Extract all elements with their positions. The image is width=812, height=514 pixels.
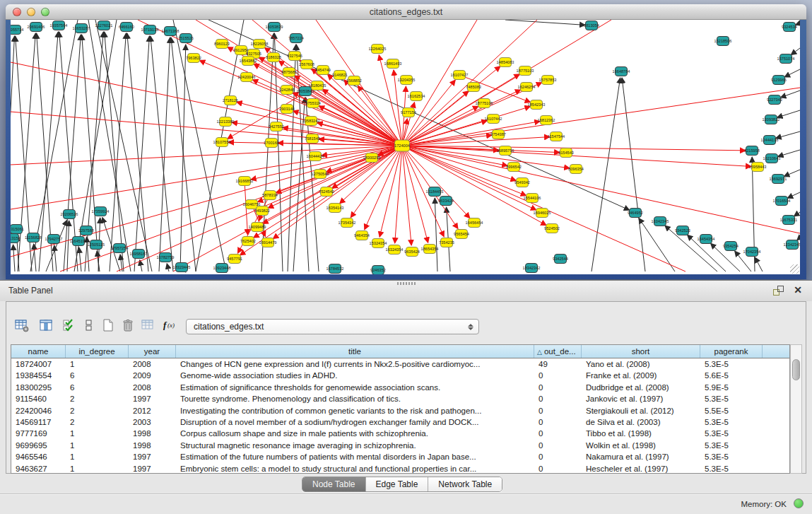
graph-node-label: 16784532 <box>326 267 344 271</box>
graph-node-label: 9565454 <box>454 232 469 236</box>
graph-edge <box>402 83 542 146</box>
table-cell: 14569117 <box>11 416 66 428</box>
graph-node-label: 16648784 <box>613 69 630 74</box>
graph-edge <box>167 264 169 271</box>
graph-node-label: 12505115 <box>88 243 105 247</box>
network-window-titlebar[interactable]: citations_edges.txt <box>6 4 806 20</box>
graph-node-label: 16053839 <box>266 25 283 29</box>
column-chooser-icon <box>39 318 53 335</box>
scrollbar-thumb[interactable] <box>792 359 800 380</box>
tab-network-table[interactable]: Network Table <box>428 477 502 491</box>
table-cell: 0 <box>534 370 582 381</box>
graph-node-label: 17359924 <box>92 209 110 214</box>
graph-node-label: 16861493 <box>384 62 402 66</box>
column-header-label: short <box>632 347 650 356</box>
status-bar: Memory: OK <box>0 493 812 514</box>
dropdown-arrows-icon <box>466 324 478 330</box>
rows-mode-button[interactable] <box>80 317 98 336</box>
graph-edge <box>755 257 763 271</box>
select-rows-button[interactable] <box>60 317 78 336</box>
graph-node-label: 7581543 <box>305 136 320 141</box>
graph-node-label: 28053840 <box>297 89 314 93</box>
table-cell: Investigating the contribution of common… <box>176 405 534 416</box>
new-table-button[interactable] <box>99 317 117 336</box>
graph-node-label: 9464952 <box>628 211 643 215</box>
table-cell: 2009 <box>129 370 176 381</box>
table-row[interactable]: 1872400712008Changes of HCN gene express… <box>11 358 789 370</box>
graph-edge <box>159 37 170 271</box>
graph-node-label: 9154543 <box>558 151 574 155</box>
table-row[interactable]: 969969511998Structural magnetic resonanc… <box>11 440 789 451</box>
tab-edge-table[interactable]: Edge Table <box>366 477 429 491</box>
column-header-in_degree[interactable]: in_degree <box>66 345 129 358</box>
column-chooser-button[interactable] <box>37 317 55 336</box>
resize-grip-icon[interactable] <box>790 264 799 274</box>
graph-node-label: 12750542 <box>312 172 329 176</box>
table-row[interactable]: 2242004622012Investigating the contribut… <box>11 405 789 416</box>
memory-status-indicator[interactable] <box>794 498 804 508</box>
table-row[interactable]: 1456911722003Disruption of a novel membe… <box>11 416 789 428</box>
table-row[interactable]: 1938455462009Genome-wide association stu… <box>11 370 789 381</box>
table-cell: Genome-wide association studies in ADHD. <box>176 370 534 381</box>
column-header-name[interactable]: name <box>11 345 66 358</box>
table-vertical-scrollbar[interactable] <box>790 344 802 474</box>
graph-edge <box>776 132 800 139</box>
splitter-handle[interactable] <box>397 282 416 285</box>
column-header-pagerank[interactable]: pagerank <box>700 345 763 358</box>
network-graph-svg: 1405571420691406193575641065328715276021… <box>11 20 800 274</box>
graph-node-label: 1700164 <box>264 141 279 145</box>
graph-node-label: 18107553 <box>213 140 231 144</box>
graph-edge <box>797 238 800 240</box>
column-header-short[interactable]: short <box>582 345 700 358</box>
graph-node-label: 17042354 <box>743 250 761 254</box>
graph-node-label: 16812362 <box>538 118 555 122</box>
graph-edge <box>780 90 800 98</box>
function-builder-button[interactable]: f(x) <box>161 317 180 336</box>
table-row[interactable]: 911546021997Tourette syndrome. Phenomeno… <box>11 393 789 404</box>
graph-edge <box>665 226 717 271</box>
graph-node-label: 7485083 <box>466 85 481 89</box>
graph-edge <box>110 33 126 271</box>
tab-node-table[interactable]: Node Table <box>302 477 366 491</box>
delete-table-button[interactable] <box>119 317 137 336</box>
graph-node-label: 2718126 <box>223 98 238 103</box>
table-row[interactable]: 977716911998Corpus callosum shape and si… <box>11 428 789 439</box>
graph-node-label: 18300295 <box>363 156 381 160</box>
graph-node-label: 9313154 <box>11 236 20 240</box>
graph-edge <box>794 212 800 216</box>
network-canvas[interactable]: 1405571420691406193575641065328715276021… <box>11 20 800 274</box>
graph-node-label: 9633424 <box>438 199 454 203</box>
column-header-title[interactable]: title <box>176 345 534 358</box>
graph-node-label: 8813054 <box>584 23 599 28</box>
table-cell: 1 <box>66 463 129 474</box>
graph-node-label: 9327546 <box>287 54 302 58</box>
graph-edge <box>787 192 800 198</box>
graph-node-label: 16782759 <box>157 255 175 259</box>
graph-node-label: 16107427 <box>451 73 469 77</box>
graph-node-label: 7625402 <box>240 239 256 243</box>
table-selector-dropdown[interactable]: citations_edges.txt <box>186 319 479 334</box>
column-header-year[interactable]: year <box>129 345 176 358</box>
table-cell: Estimation of the future numbers of pati… <box>176 451 534 462</box>
graph-node-label: 16162534 <box>408 94 425 98</box>
column-header-out_de[interactable]: △out_de... <box>534 345 582 358</box>
float-panel-icon[interactable] <box>773 286 784 296</box>
graph-edge <box>79 247 81 271</box>
graph-node-label: 7963822 <box>186 56 201 60</box>
table-row[interactable]: 946554611997Estimation of the future num… <box>11 451 789 462</box>
close-panel-icon[interactable]: ✕ <box>794 284 802 296</box>
graph-node-label: 20691406 <box>28 25 45 29</box>
table-cell: 5.3E-5 <box>700 451 763 462</box>
graph-node-label: 7515526 <box>178 36 194 40</box>
table-cell: 18300295 <box>11 382 66 393</box>
graph-node-label: 11645194 <box>70 239 87 243</box>
table-settings-button[interactable] <box>13 317 31 336</box>
table-cell: 2 <box>66 416 129 428</box>
graph-edge <box>151 36 173 271</box>
table-row[interactable]: 1830029562008Estimation of significance … <box>11 382 789 393</box>
graph-node-label: 9457791 <box>227 257 242 261</box>
table-cell: 6 <box>66 370 129 381</box>
memory-status-label: Memory: OK <box>741 500 787 508</box>
graph-node-label: 10583242 <box>302 119 320 123</box>
table-row[interactable]: 946362711997Embryonic stem cells: a mode… <box>11 463 789 474</box>
